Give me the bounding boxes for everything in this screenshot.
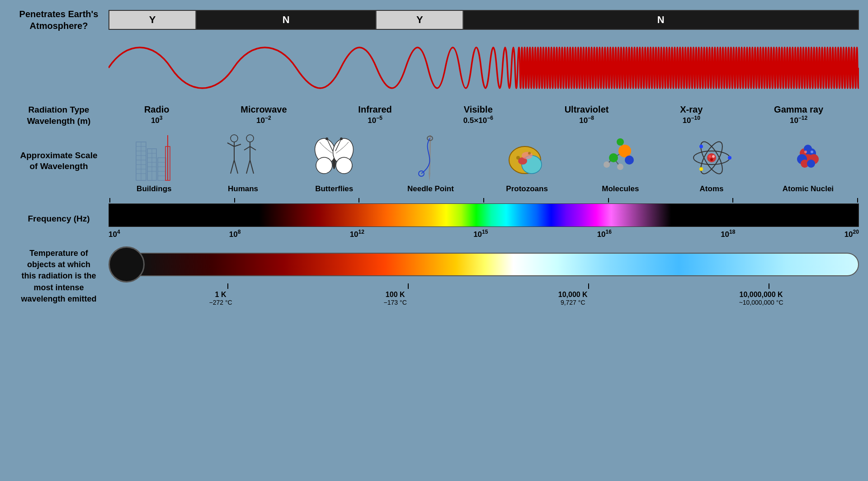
rad-microwave: Microwave 10−2 xyxy=(241,104,287,125)
rad-infrared: Infrared 10−5 xyxy=(358,104,392,125)
atm-no-1: N xyxy=(196,11,377,29)
atmosphere-label: Penetrates Earth's Atmosphere? xyxy=(9,8,108,32)
svg-point-82 xyxy=(804,151,807,153)
atm-yes-2: Y xyxy=(377,11,463,29)
molecule-icon xyxy=(600,128,641,183)
svg-point-43 xyxy=(340,137,343,140)
svg-line-32 xyxy=(250,146,256,150)
svg-point-72 xyxy=(699,145,703,148)
svg-point-51 xyxy=(516,156,520,160)
svg-point-68 xyxy=(708,155,711,158)
svg-rect-16 xyxy=(158,158,166,180)
svg-point-83 xyxy=(811,151,813,153)
frequency-row: Frequency (Hz) 104 108 1012 1015 1016 10… xyxy=(9,198,859,239)
humans-icon xyxy=(225,128,261,183)
electromagnetic-wave xyxy=(108,32,859,102)
temperature-row: Temperature of objects at which this rad… xyxy=(9,246,859,306)
scale-needle: Needle Point xyxy=(407,128,454,193)
scale-nuclei: Atomic Nuclei xyxy=(783,128,834,193)
svg-point-29 xyxy=(246,135,254,142)
atm-yes-1: Y xyxy=(109,11,196,29)
frequency-label: Frequency (Hz) xyxy=(9,214,108,224)
wave-row xyxy=(9,32,859,104)
scale-icons: Buildings xyxy=(108,128,859,193)
svg-point-61 xyxy=(625,156,634,165)
frequency-numbers: 104 108 1012 1015 1016 1018 1020 xyxy=(108,229,859,239)
rad-visible: Visible 0.5×10−6 xyxy=(463,104,493,125)
protozoan-icon xyxy=(505,128,550,183)
temp-10000k: 10,000 K 9,727 °C xyxy=(558,291,588,306)
svg-line-34 xyxy=(250,160,254,174)
butterfly-icon xyxy=(311,128,357,183)
svg-point-50 xyxy=(522,152,533,159)
thermometer-bar xyxy=(140,253,859,276)
temp-100k: 100 K −173 °C xyxy=(384,291,407,306)
atmosphere-row: Penetrates Earth's Atmosphere? Y N Y N xyxy=(9,8,859,32)
temp-1k: 1 K −272 °C xyxy=(209,291,232,306)
radiation-label: Radiation Type Wavelength (m) xyxy=(9,104,108,127)
scale-humans: Humans xyxy=(225,128,261,193)
buildings-icon xyxy=(134,128,175,183)
rad-radio: Radio 103 xyxy=(144,104,170,125)
atom-icon xyxy=(691,128,732,183)
atomic-nucleus-icon xyxy=(790,128,826,183)
svg-line-25 xyxy=(227,143,234,146)
svg-point-69 xyxy=(712,155,715,158)
rad-ultraviolet: Ultraviolet 10−8 xyxy=(565,104,609,125)
thermometer-bulb xyxy=(108,246,145,283)
scale-butterflies: Butterflies xyxy=(311,128,357,193)
svg-line-26 xyxy=(234,144,241,146)
atm-no-2: N xyxy=(463,11,858,29)
svg-point-23 xyxy=(231,135,238,142)
svg-line-31 xyxy=(244,146,250,150)
svg-point-70 xyxy=(710,158,713,161)
scale-protozoans: Protozoans xyxy=(505,128,550,193)
svg-point-52 xyxy=(528,152,531,155)
svg-point-62 xyxy=(604,161,610,168)
svg-point-63 xyxy=(617,164,623,170)
thermometer xyxy=(108,246,859,283)
svg-line-33 xyxy=(246,160,250,174)
scale-molecules: Molecules xyxy=(600,128,641,193)
scale-label: Approximate Scale of Wavelength xyxy=(9,150,108,172)
needle-icon xyxy=(412,128,448,183)
radiation-row: Radiation Type Wavelength (m) Radio 103 … xyxy=(9,104,859,127)
svg-line-28 xyxy=(234,160,238,174)
svg-point-59 xyxy=(609,153,618,162)
rad-gammaray: Gamma ray 10−12 xyxy=(774,104,823,125)
svg-point-81 xyxy=(807,160,815,168)
scale-buildings: Buildings xyxy=(134,128,175,193)
frequency-bar-col: 104 108 1012 1015 1016 1018 1020 xyxy=(108,198,859,239)
svg-line-27 xyxy=(231,160,234,174)
svg-point-71 xyxy=(728,156,731,160)
main-container: Penetrates Earth's Atmosphere? Y N Y N R… xyxy=(0,0,868,481)
temp-10m-k: 10,000,000 K ~10,000,000 °C xyxy=(739,291,783,306)
temperature-label: Temperature of objects at which this rad… xyxy=(9,248,108,305)
frequency-spectrum-bar xyxy=(108,203,859,227)
svg-point-58 xyxy=(618,145,631,157)
svg-point-73 xyxy=(699,167,703,171)
scale-atoms: Atoms xyxy=(691,128,732,193)
atmosphere-bar: Y N Y N xyxy=(108,10,859,30)
svg-point-42 xyxy=(326,137,328,140)
radiation-types: Radio 103 Microwave 10−2 Infrared 10−5 V… xyxy=(108,104,859,125)
svg-point-60 xyxy=(617,138,624,146)
rad-xray: X-ray 10−10 xyxy=(680,104,703,125)
scale-row: Approximate Scale of Wavelength xyxy=(9,128,859,193)
thermometer-col: 1 K −272 °C 100 K −173 °C 10,000 K 9,727… xyxy=(108,246,859,306)
